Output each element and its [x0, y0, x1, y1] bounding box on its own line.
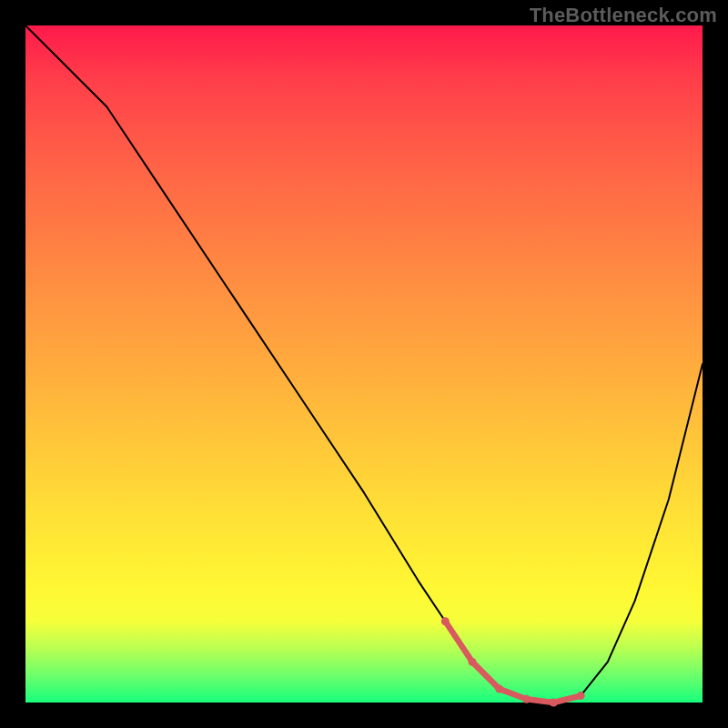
- chart-plot-area: [25, 25, 703, 703]
- chart-svg: [25, 25, 703, 703]
- optimal-range-dot: [522, 695, 531, 703]
- optimal-range-dot: [441, 617, 450, 625]
- optimal-range-dot: [577, 692, 585, 700]
- bottleneck-curve-line: [25, 25, 703, 703]
- optimal-range-marker: [445, 622, 581, 703]
- chart-frame: TheBottleneck.com: [0, 0, 728, 728]
- optimal-range-dot: [495, 685, 503, 693]
- optimal-range-dot: [550, 699, 558, 707]
- optimal-range-dot: [469, 658, 477, 666]
- watermark-text: TheBottleneck.com: [530, 4, 717, 27]
